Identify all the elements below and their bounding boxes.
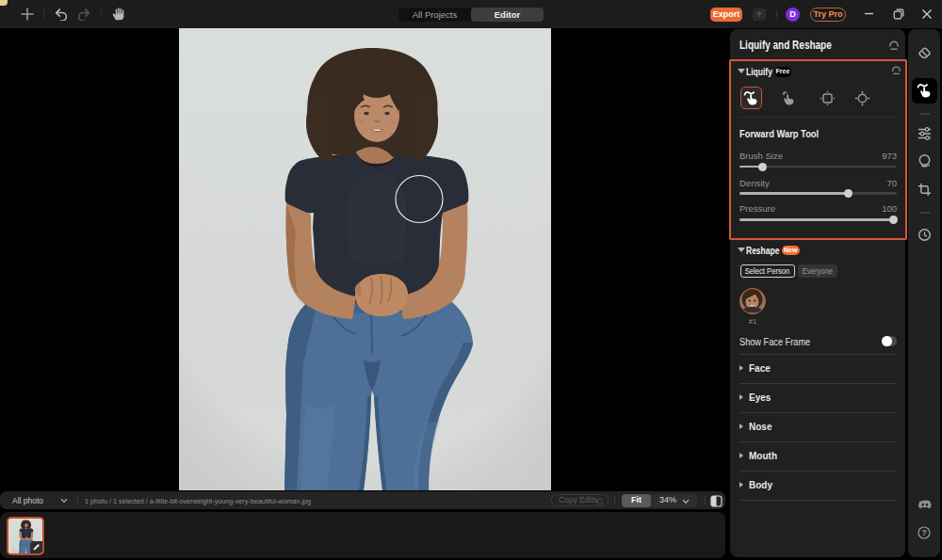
svg-text:?: ? xyxy=(921,528,926,537)
